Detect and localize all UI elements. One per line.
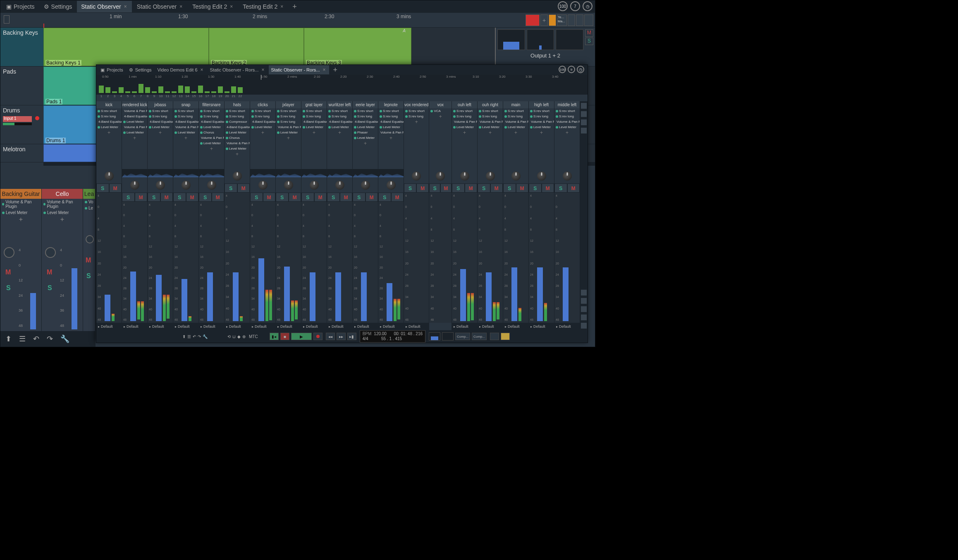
plugin-slot[interactable]: Phaser [353,130,378,135]
overview-bar[interactable]: 18 [211,81,216,93]
solo-button[interactable]: S [148,193,160,202]
close-icon[interactable]: × [322,67,327,73]
enable-dot[interactable] [380,115,382,118]
mute-button[interactable]: M [5,269,11,276]
enable-dot[interactable] [226,110,228,112]
plugin-slot[interactable]: Volume & Pan Plugin [554,119,580,124]
panel-icon[interactable] [581,290,587,295]
plugin-slot[interactable]: Level Meter [503,124,528,130]
add-plugin[interactable]: + [554,130,580,136]
input-selector[interactable]: Input 1 [3,116,32,122]
mute-button[interactable]: M [186,193,199,202]
plugin-slot[interactable]: S:rev short [353,108,378,114]
tool-button[interactable] [568,14,575,26]
solo-button[interactable]: S [554,183,567,193]
plugin-slot[interactable]: S:rev short [301,108,327,114]
add-plugin[interactable]: + [478,130,503,136]
enable-dot[interactable] [556,110,558,112]
enable-dot[interactable] [2,212,5,214]
channel-overview[interactable]: 12345678910111213141516171819202122 [96,80,588,95]
loop-icon[interactable]: ⟲ [227,334,231,339]
mute-button[interactable]: M [263,193,276,202]
pan-knob[interactable] [180,179,192,191]
enable-dot[interactable] [277,131,280,134]
fader-area[interactable]: 40481216202428344048 [276,202,301,323]
output-selector[interactable]: Default [404,323,429,330]
enable-dot[interactable] [380,110,382,112]
plugin-slot[interactable]: Volume & Pan Plugin [276,124,301,130]
enable-dot[interactable] [277,110,280,112]
fader-area[interactable]: 40481216202428344048 [378,202,404,323]
output-selector[interactable]: Default [554,323,580,330]
overview-bar[interactable]: 15 [191,81,196,93]
close-icon[interactable]: × [261,67,265,73]
plugin-slot[interactable]: 4-Band Equaliser [173,119,198,124]
clock-icon[interactable]: ◷ [577,66,584,73]
plugin-slot[interactable]: 4-Band Equaliser [378,119,404,124]
pan-knob[interactable] [308,179,320,191]
mute-button[interactable]: M [47,269,52,276]
solo-button[interactable]: S [250,193,263,202]
solo-button[interactable]: S [529,183,542,193]
cpu-meter[interactable]: 100 [559,66,566,73]
enable-dot[interactable] [251,115,254,118]
view-button[interactable] [490,333,499,340]
panel-icon[interactable] [581,306,587,312]
solo-button[interactable]: S [199,193,212,202]
plugin-slot[interactable]: 4-Band Equaliser [122,114,147,119]
enable-dot[interactable] [380,126,382,129]
fader-level[interactable] [310,272,315,321]
plugin-slot[interactable]: Level Meter [529,124,554,130]
plugin-slot[interactable]: S:rev long [404,114,429,119]
strip-name[interactable]: wurlitzer left [327,101,352,108]
enable-dot[interactable] [226,115,228,118]
mute-button[interactable]: M [340,193,353,202]
overview-bar[interactable]: 3 [112,81,117,93]
add-plugin[interactable]: + [42,216,83,223]
plugin-slot[interactable]: 4-Band Equaliser [96,119,122,124]
import-icon[interactable]: ⬆ [182,334,186,339]
enable-dot[interactable] [200,115,203,118]
enable-dot[interactable] [149,110,151,112]
add-plugin[interactable]: + [452,130,477,136]
enable-dot[interactable] [479,110,481,112]
plugin-slot[interactable]: Level Meter [478,124,503,130]
plugin-slot[interactable]: S:rev short [250,108,275,114]
plugin-slot[interactable]: 4-Band Equaliser [353,119,378,124]
pan-knob[interactable] [485,170,496,182]
enable-dot[interactable] [174,115,177,118]
enable-dot[interactable] [98,115,100,118]
strip-name[interactable]: rendered kick 2 [122,101,147,108]
fader-level[interactable] [182,279,187,321]
overview-bar[interactable]: 1 [99,81,104,93]
strip-name[interactable]: clicks [250,101,275,108]
fader-area[interactable]: M S [83,211,95,331]
plugin-slot[interactable]: S:rev short [378,108,404,114]
view-icon[interactable] [581,119,587,125]
solo-button[interactable]: S [276,193,289,202]
tab-static-observer-2[interactable]: Static Observer× [133,1,188,12]
add-plugin[interactable]: + [301,130,327,136]
fader-level[interactable] [511,267,517,321]
track-header[interactable]: Drums Input 1 [0,105,43,144]
tab-static-observer-rors-1[interactable]: Static Observer - Rors...× [208,65,268,74]
tool-button[interactable]: + [540,14,548,26]
strip-name[interactable]: jxlayer [276,101,301,108]
solo-button[interactable]: S [585,38,593,45]
plugin-slot[interactable]: S:rev short [96,108,122,114]
add-plugin[interactable]: + [96,130,122,136]
add-plugin[interactable]: + [378,135,404,141]
overview-bar[interactable]: 19 [218,81,223,93]
plugin-slot[interactable]: Volume & Pan Plugin [42,199,83,210]
plugin-slot[interactable]: Volume & Pan Plugin [378,130,404,135]
overview-bar[interactable]: 6 [132,81,137,93]
add-plugin[interactable]: + [0,216,41,223]
strip-name[interactable]: eerie layer [353,101,378,108]
enable-dot[interactable] [174,110,177,112]
midi-activity[interactable]: 9 [568,66,575,73]
plugin-slot[interactable]: S:rev long [199,114,224,119]
pan-knob[interactable] [45,247,56,258]
pan-knob[interactable] [435,170,446,182]
enable-dot[interactable] [430,110,433,112]
enable-dot[interactable] [405,115,408,118]
